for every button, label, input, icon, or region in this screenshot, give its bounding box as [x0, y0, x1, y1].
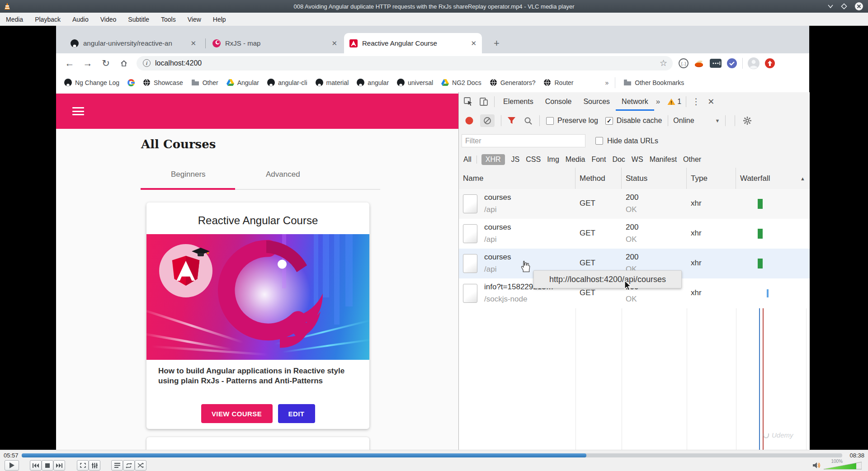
devtools-tab-console[interactable]: Console	[539, 92, 578, 111]
bookmark-angular-cli[interactable]: angular-cli	[267, 79, 307, 86]
next-button[interactable]	[53, 460, 65, 471]
volume-control[interactable]: 100%	[813, 460, 863, 471]
address-url[interactable]: localhost:4200	[155, 59, 202, 67]
tab-advanced[interactable]: Advanced	[266, 170, 300, 179]
tab-beginners[interactable]: Beginners	[171, 170, 206, 179]
filter-manifest[interactable]: Manifest	[650, 155, 677, 164]
filter-xhr[interactable]: XHR	[481, 154, 505, 165]
preserve-log-label[interactable]: Preserve log	[557, 117, 598, 125]
menu-subtitle[interactable]: Subtitle	[122, 16, 155, 23]
throttling-select[interactable]: Online	[673, 117, 694, 125]
filter-css[interactable]: CSS	[526, 155, 541, 164]
search-button[interactable]	[524, 117, 533, 125]
fullscreen-button[interactable]	[77, 460, 89, 471]
profile-avatar[interactable]	[748, 57, 760, 69]
clear-button[interactable]	[480, 114, 495, 127]
filter-doc[interactable]: Doc	[612, 155, 625, 164]
bookmark-ng2-docs[interactable]: NG2 Docs	[441, 79, 481, 86]
shuffle-button[interactable]	[135, 460, 146, 471]
column-name[interactable]: Name	[459, 168, 576, 189]
hamburger-menu-icon[interactable]	[72, 107, 84, 115]
browser-tab-github[interactable]: angular-university/reactive-an ✕	[65, 33, 202, 53]
filter-ws[interactable]: WS	[632, 155, 643, 164]
home-button[interactable]	[115, 59, 133, 68]
play-button[interactable]	[5, 460, 19, 471]
warning-icon[interactable]	[667, 98, 675, 105]
filter-media[interactable]: Media	[566, 155, 585, 164]
reload-button[interactable]: ↻	[97, 58, 115, 69]
inspect-element-icon[interactable]	[463, 97, 473, 107]
filter-js[interactable]: JS	[511, 155, 520, 164]
disable-cache-label[interactable]: Disable cache	[617, 117, 662, 125]
bookmark-ng-change-log[interactable]: Ng Change Log	[64, 79, 119, 86]
filter-button[interactable]	[507, 117, 516, 125]
update-extension-icon[interactable]	[764, 58, 775, 69]
preserve-log-checkbox[interactable]	[546, 117, 554, 125]
request-row[interactable]: courses/api GET 200OK xhr	[459, 219, 810, 249]
bookmark-generators[interactable]: Generators?	[490, 79, 536, 86]
cache-killer-extension-icon[interactable]	[694, 58, 705, 68]
devtools-tab-network[interactable]: Network	[616, 92, 654, 111]
devtools-more-tabs-icon[interactable]: »	[656, 97, 660, 106]
forward-button[interactable]: →	[79, 58, 97, 69]
devtools-menu-icon[interactable]: ⋮	[692, 96, 700, 107]
settings-gear-icon[interactable]	[743, 116, 752, 125]
bookmarks-overflow-chevron[interactable]: »	[605, 79, 609, 86]
bookmark-other-folder[interactable]: Other	[191, 79, 218, 86]
devtools-tab-sources[interactable]: Sources	[577, 92, 616, 111]
close-button[interactable]	[854, 2, 863, 11]
extended-settings-button[interactable]	[89, 460, 100, 471]
menu-playback[interactable]: Playback	[29, 16, 66, 23]
browser-tab-active[interactable]: Reactive Angular Course ✕	[344, 33, 482, 53]
filter-all[interactable]: All	[463, 155, 472, 164]
device-toolbar-icon[interactable]	[479, 97, 489, 107]
hide-data-urls-checkbox[interactable]	[595, 137, 603, 145]
maximize-button[interactable]	[841, 3, 847, 9]
record-button[interactable]	[465, 116, 474, 125]
bookmark-google[interactable]	[127, 79, 135, 86]
volume-slider[interactable]	[824, 462, 862, 470]
bookmark-angular[interactable]: angular	[357, 79, 389, 86]
loop-button[interactable]	[123, 460, 135, 471]
video-display[interactable]: angular-university/reactive-an ✕ RxJS - …	[0, 26, 868, 450]
page-info-icon[interactable]: i	[143, 59, 151, 67]
stop-button[interactable]	[42, 460, 53, 471]
menu-help[interactable]: Help	[207, 16, 232, 23]
hide-data-urls-label[interactable]: Hide data URLs	[607, 137, 658, 145]
bookmark-router[interactable]: Router	[543, 79, 573, 86]
bookmark-angular-drive[interactable]: Angular	[226, 79, 259, 86]
minimize-button[interactable]	[827, 4, 834, 9]
badge-extension-icon[interactable]	[726, 58, 737, 69]
back-button[interactable]: ←	[61, 58, 79, 69]
menu-audio[interactable]: Audio	[66, 16, 94, 23]
playlist-button[interactable]	[111, 460, 123, 471]
keyboard-extension-icon[interactable]	[710, 59, 722, 68]
throttling-dropdown-icon[interactable]: ▼	[715, 118, 720, 123]
edit-button[interactable]: EDIT	[278, 404, 315, 423]
menu-view[interactable]: View	[182, 16, 207, 23]
menu-tools[interactable]: Tools	[155, 16, 182, 23]
tab-close-icon[interactable]: ✕	[331, 39, 337, 47]
filter-other[interactable]: Other	[683, 155, 701, 164]
menu-video[interactable]: Video	[94, 16, 123, 23]
bookmark-universal[interactable]: universal	[397, 79, 433, 86]
previous-button[interactable]	[30, 460, 42, 471]
json-extension-icon[interactable]: {..}	[678, 58, 689, 69]
view-course-button[interactable]: VIEW COURSE	[201, 404, 273, 423]
other-bookmarks-folder[interactable]: Other Bookmarks	[623, 79, 684, 86]
tab-close-icon[interactable]: ✕	[190, 39, 196, 47]
column-waterfall[interactable]: Waterfall▲	[736, 168, 810, 189]
filter-font[interactable]: Font	[591, 155, 606, 164]
bookmark-material[interactable]: material	[316, 79, 349, 86]
column-type[interactable]: Type	[687, 168, 736, 189]
menu-media[interactable]: Media	[0, 16, 29, 23]
filter-img[interactable]: Img	[547, 155, 559, 164]
disable-cache-checkbox[interactable]: ✓	[605, 117, 613, 125]
network-filter-input[interactable]	[462, 134, 585, 147]
address-bar[interactable]: i localhost:4200 ☆	[137, 56, 673, 71]
new-tab-button[interactable]: +	[494, 38, 500, 49]
devtools-close-icon[interactable]: ✕	[708, 97, 714, 107]
bookmark-star-icon[interactable]: ☆	[660, 58, 667, 68]
bookmark-showcase[interactable]: Showcase	[143, 79, 183, 86]
tab-close-icon[interactable]: ✕	[471, 39, 476, 47]
